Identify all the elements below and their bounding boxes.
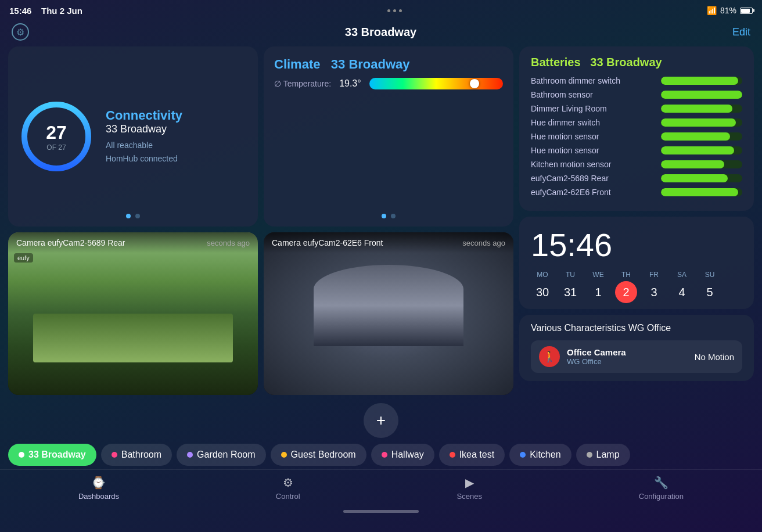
battery-pct: 81%	[720, 6, 736, 15]
climate-title: Climate 33 Broadway	[274, 57, 503, 72]
battery-body	[740, 8, 753, 14]
status-date: Thu 2 Jun	[41, 6, 82, 16]
room-tab-ikea-test[interactable]: Ikea test	[439, 444, 505, 466]
temperature-marker	[470, 79, 479, 88]
nav-item-configuration[interactable]: 🔧 Configuration	[639, 476, 684, 501]
battery-icon	[740, 8, 753, 14]
day-number: 31	[559, 281, 581, 303]
day-name: MO	[537, 271, 548, 279]
day-number: 4	[671, 281, 693, 303]
battery-name: Bathroom dimmer switch	[531, 76, 620, 85]
room-dot	[382, 452, 387, 458]
calendar-day: WE 1	[587, 271, 610, 303]
battery-bar	[661, 132, 730, 141]
room-tab-lamp[interactable]: Lamp	[576, 444, 630, 466]
climate-card: Climate 33 Broadway ∅ Temperature: 19.3°	[264, 46, 513, 227]
battery-list: Bathroom dimmer switch Bathroom sensor D…	[531, 76, 742, 197]
room-label: Kitchen	[530, 450, 560, 460]
battery-bar-wrap	[661, 174, 742, 182]
battery-bar	[661, 105, 732, 113]
various-title: Various Characteristics WG Office	[531, 323, 742, 333]
clock-card: 15:46 MO 30 TU 31 WE 1 TH 2 FR 3 SA 4 SU…	[519, 217, 754, 309]
room-tabs: 33 BroadwayBathroomGarden RoomGuest Bedr…	[0, 444, 762, 466]
room-tab-guest-bedroom[interactable]: Guest Bedroom	[271, 444, 366, 466]
camera-front-feed	[264, 232, 513, 395]
nav-label: Configuration	[639, 492, 684, 501]
batteries-label: Batteries	[531, 56, 581, 69]
camera-rear-card[interactable]: Camera eufyCam2-5689 Rear seconds ago eu…	[8, 232, 258, 395]
connectivity-pagination	[126, 214, 140, 218]
status-center-dots	[387, 9, 402, 12]
climate-pagination	[382, 214, 396, 218]
calendar-day: SA 4	[670, 271, 693, 303]
connectivity-status: All reachable HomHub connected	[106, 139, 182, 165]
day-name: TH	[621, 271, 631, 279]
battery-bar	[661, 188, 738, 196]
room-dot	[450, 452, 455, 458]
battery-row: Hue motion sensor	[531, 146, 742, 155]
home-indicator	[343, 510, 419, 513]
nav-label: Scenes	[457, 492, 482, 501]
room-tab-33-broadway[interactable]: 33 Broadway	[8, 444, 96, 466]
room-dot	[19, 452, 24, 458]
battery-bar-wrap	[661, 160, 742, 168]
battery-bar	[661, 118, 736, 127]
battery-bar-wrap	[661, 132, 742, 141]
battery-row: Hue motion sensor	[531, 132, 742, 141]
settings-gear-button[interactable]: ⚙	[12, 23, 29, 41]
camera-rear-header: Camera eufyCam2-5689 Rear seconds ago	[8, 232, 258, 253]
climate-dot-1	[382, 214, 386, 218]
edit-button[interactable]: Edit	[732, 26, 750, 38]
dashboard-icon: ⌚	[91, 476, 106, 490]
nav-label: Control	[276, 492, 300, 501]
add-widget-button[interactable]: +	[364, 403, 398, 438]
connectivity-info: Connectivity 33 Broadway All reachable H…	[106, 108, 182, 165]
battery-fill	[741, 9, 750, 13]
dot-3	[399, 9, 402, 12]
motion-icon: 🚶	[539, 346, 560, 367]
room-tab-bathroom[interactable]: Bathroom	[101, 444, 172, 466]
climate-label: Climate	[274, 57, 320, 71]
battery-row: Kitchen motion sensor	[531, 160, 742, 169]
calendar-day: MO 30	[531, 271, 554, 303]
camera-rear-feed: eufy	[8, 232, 258, 395]
room-tab-kitchen[interactable]: Kitchen	[509, 444, 571, 466]
room-label: Garden Room	[197, 450, 256, 460]
page-title: 33 Broadway	[345, 26, 416, 39]
pagination-dot-1	[126, 214, 131, 218]
battery-name: eufyCam2-62E6 Front	[531, 188, 611, 197]
camera-front-time: seconds ago	[462, 239, 505, 247]
battery-name: Hue motion sensor	[531, 132, 599, 141]
room-tab-hallway[interactable]: Hallway	[371, 444, 434, 466]
day-number: 1	[587, 281, 609, 303]
room-label: Bathroom	[121, 450, 161, 460]
day-name: FR	[649, 271, 659, 279]
batteries-title: Batteries 33 Broadway	[531, 56, 742, 69]
nav-label: Dashboards	[78, 492, 119, 501]
nav-item-dashboards[interactable]: ⌚ Dashboards	[78, 476, 119, 501]
battery-row: eufyCam2-62E6 Front	[531, 188, 742, 197]
nav-item-control[interactable]: ⚙ Control	[276, 476, 300, 501]
connectivity-gauge: 27 OF 27	[19, 99, 94, 174]
connectivity-address: 33 Broadway	[106, 123, 182, 135]
climate-temp-value: 19.3°	[339, 78, 361, 89]
day-number: 5	[699, 281, 721, 303]
status-time-date: 15:46 Thu 2 Jun	[9, 6, 82, 16]
camera-front-header: Camera eufyCam2-62E6 Front seconds ago	[264, 232, 513, 253]
room-tab-garden-room[interactable]: Garden Room	[177, 444, 266, 466]
status-time: 15:46	[9, 6, 31, 16]
room-label: Lamp	[596, 450, 620, 460]
right-column: Batteries 33 Broadway Bathroom dimmer sw…	[519, 46, 754, 395]
connectivity-inner: 27 OF 27 Connectivity 33 Broadway All re…	[19, 99, 247, 174]
room-dot	[520, 452, 526, 458]
battery-name: Dimmer Living Room	[531, 104, 607, 113]
connectivity-status2: HomHub connected	[106, 154, 178, 163]
camera-front-card[interactable]: Camera eufyCam2-62E6 Front seconds ago	[264, 232, 513, 395]
add-widget-container: +	[0, 395, 762, 444]
battery-name: Hue motion sensor	[531, 146, 599, 155]
dot-1	[387, 9, 390, 12]
wifi-icon: 📶	[707, 6, 717, 15]
battery-bar	[661, 146, 734, 154]
eufy-logo: eufy	[14, 253, 33, 263]
nav-item-scenes[interactable]: ▶ Scenes	[457, 476, 482, 501]
